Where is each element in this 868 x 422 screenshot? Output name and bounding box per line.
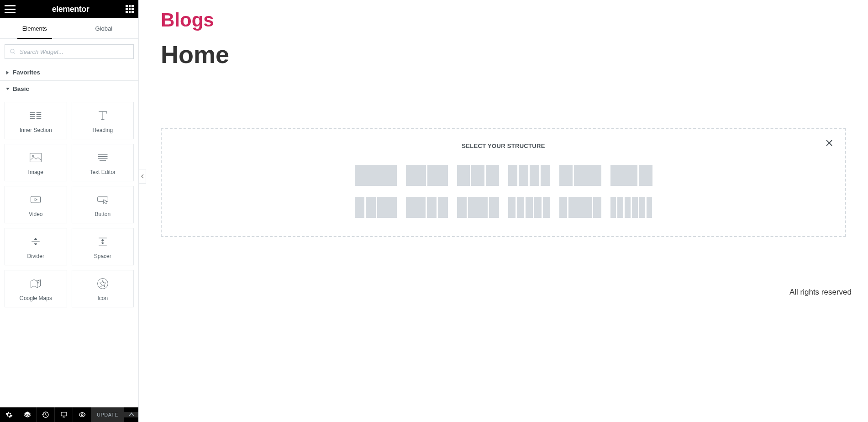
structure-2-1[interactable] [610,165,652,186]
widgets-list: Inner Section Heading Image [0,97,138,407]
structure-2-1-1[interactable] [406,197,448,218]
video-icon [29,192,42,207]
footer-text: All rights reserved [789,288,852,297]
structure-1-2-1[interactable] [457,197,499,218]
section-basic-label: Basic [13,85,29,92]
panel-tabs: Elements Global [0,18,138,39]
widget-label: Heading [92,127,113,133]
history-button[interactable] [37,407,55,422]
logo: elementor [52,5,89,14]
section-favorites-label: Favorites [13,69,40,76]
svg-point-29 [81,414,83,416]
svg-point-0 [11,49,14,53]
search-input[interactable] [20,48,129,55]
chevron-down-icon [5,87,10,91]
structure-4col[interactable] [508,165,550,186]
widget-label: Text Editor [89,169,116,175]
svg-rect-10 [30,153,42,162]
divider-icon [29,234,42,249]
heading-icon [96,108,109,123]
star-icon [96,276,109,291]
structure-selector: SELECT YOUR STRUCTURE [161,128,846,237]
widget-label: Icon [97,295,108,301]
site-title[interactable]: Blogs [161,9,846,31]
chevron-left-icon [141,174,144,179]
widget-video[interactable]: Video [5,186,67,223]
svg-line-1 [14,53,15,54]
widget-heading[interactable]: Heading [72,102,134,139]
bottom-bar: UPDATE [0,407,138,422]
widget-icon[interactable]: Icon [72,270,134,307]
structure-3col[interactable] [457,165,499,186]
svg-rect-16 [31,196,41,203]
responsive-button[interactable] [55,407,73,422]
structure-title: SELECT YOUR STRUCTURE [171,142,836,149]
inner-section-icon [29,108,42,123]
widget-inner-section[interactable]: Inner Section [5,102,67,139]
text-editor-icon [96,150,109,165]
structure-1-3-1[interactable] [559,197,601,218]
structure-2col[interactable] [406,165,448,186]
close-icon [825,139,833,147]
preview-canvas: Blogs Home SELECT YOUR STRUCTURE [139,0,868,422]
search-box[interactable] [5,44,134,59]
widget-spacer[interactable]: Spacer [72,228,134,265]
section-favorites[interactable]: Favorites [0,64,138,81]
sidebar-header: elementor [0,0,138,18]
structure-1-2[interactable] [559,165,601,186]
widget-label: Inner Section [20,127,52,133]
svg-point-11 [32,155,34,157]
structure-6col[interactable] [610,197,652,218]
editor-sidebar: elementor Elements Global Favorites Basi… [0,0,139,422]
update-options-button[interactable] [124,412,138,417]
button-icon [96,192,109,207]
widget-label: Google Maps [20,295,52,301]
collapse-panel-button[interactable] [139,169,146,184]
preview-button[interactable] [73,407,91,422]
structure-1col[interactable] [355,165,397,186]
widget-label: Divider [27,253,44,259]
close-button[interactable] [825,139,833,149]
image-icon [29,150,42,165]
structure-1-1-2[interactable] [355,197,397,218]
tab-elements[interactable]: Elements [0,18,69,38]
tab-global[interactable]: Global [69,18,139,38]
spacer-icon [96,234,109,249]
widget-label: Spacer [94,253,111,259]
widget-button[interactable]: Button [72,186,134,223]
svg-rect-26 [61,412,67,416]
apps-icon[interactable] [126,5,134,13]
menu-icon[interactable] [5,5,16,13]
settings-button[interactable] [0,407,18,422]
update-button[interactable]: UPDATE [91,407,124,422]
widget-google-maps[interactable]: Google Maps [5,270,67,307]
page-title: Home [161,40,846,69]
search-icon [10,48,16,55]
widget-label: Image [28,169,43,175]
structure-5col[interactable] [508,197,550,218]
widget-divider[interactable]: Divider [5,228,67,265]
widget-label: Button [95,211,110,217]
map-icon [29,276,42,291]
navigator-button[interactable] [18,407,37,422]
structure-options [171,165,836,218]
section-basic[interactable]: Basic [0,81,138,97]
widget-label: Video [29,211,42,217]
search-wrap [0,39,138,64]
widget-text-editor[interactable]: Text Editor [72,144,134,181]
chevron-right-icon [5,70,10,75]
widget-image[interactable]: Image [5,144,67,181]
